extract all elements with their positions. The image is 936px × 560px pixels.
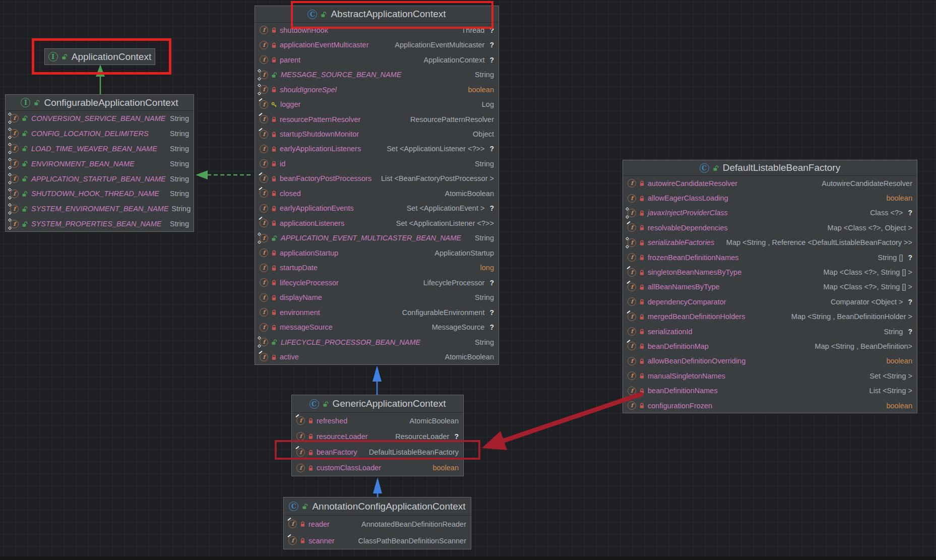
field-type: String (884, 328, 903, 336)
field-row-startupShutdownMonitor[interactable]: f startupShutdownMonitorObject (255, 127, 498, 141)
static-marker (8, 218, 12, 222)
field-row-APPLICATION_EVENT_MULTICASTER_BEAN_NAME[interactable]: f APPLICATION_EVENT_MULTICASTER_BEAN_NAM… (255, 231, 498, 245)
field-row-environment[interactable]: f environmentConfigurableEnvironment? (255, 305, 498, 320)
field-row-closed[interactable]: f closedAtomicBoolean (255, 186, 498, 201)
class-node-abstractApplicationContext[interactable]: C AbstractApplicationContextf shutdownHo… (255, 6, 499, 365)
field-icon: f (260, 159, 268, 168)
field-row-dependencyComparator[interactable]: f dependencyComparatorComparator <Object… (623, 294, 917, 309)
field-row-applicationListeners[interactable]: f applicationListenersSet <ApplicationLi… (255, 216, 498, 230)
field-row-messageSource[interactable]: f messageSourceMessageSource? (255, 320, 498, 334)
class-node-defaultListableBeanFactory[interactable]: C DefaultListableBeanFactoryf autowireCa… (622, 160, 917, 413)
class-title-bar[interactable]: I ConfigurableApplicationContext (6, 95, 194, 111)
field-row-MESSAGE_SOURCE_BEAN_NAME[interactable]: f MESSAGE_SOURCE_BEAN_NAMEString (255, 67, 498, 82)
field-row-scanner[interactable]: f scannerClassPathBeanDefinitionScanner (284, 532, 471, 549)
nullable-mark: ? (489, 308, 494, 317)
field-name: LIFECYCLE_PROCESSOR_BEAN_NAME (281, 338, 420, 346)
private-lock-icon (271, 176, 277, 182)
uml-diagram-canvas[interactable]: I ApplicationContextI ConfigurableApplic… (0, 0, 936, 560)
field-row-serializationId[interactable]: f serializationIdString? (623, 324, 917, 339)
field-name: customClassLoader (317, 464, 381, 472)
class-title-bar[interactable]: C DefaultListableBeanFactory (623, 160, 917, 176)
private-lock-icon (308, 450, 314, 456)
field-row-refreshed[interactable]: f refreshedAtomicBoolean (292, 413, 463, 428)
field-row-frozenBeanDefinitionNames[interactable]: f frozenBeanDefinitionNamesString []? (623, 250, 917, 265)
field-icon: f (10, 159, 19, 168)
field-row-parent[interactable]: f parentApplicationContext? (255, 52, 498, 67)
nullable-mark: ? (908, 328, 912, 336)
class-title-bar[interactable]: C AbstractApplicationContext (255, 6, 498, 23)
field-row-SYSTEM_PROPERTIES_BEAN_NAME[interactable]: f SYSTEM_PROPERTIES_BEAN_NAMEString (6, 216, 194, 231)
field-icon: f (628, 342, 636, 350)
field-icon: f (296, 416, 305, 425)
field-row-beanFactory[interactable]: f beanFactoryDefaultListableBeanFactory (292, 445, 463, 460)
field-row-mergedBeanDefinitionHolders[interactable]: f mergedBeanDefinitionHoldersMap <String… (623, 309, 917, 324)
field-row-SYSTEM_ENVIRONMENT_BEAN_NAME[interactable]: f SYSTEM_ENVIRONMENT_BEAN_NAMEString (6, 201, 194, 216)
field-type: String (170, 130, 189, 138)
field-name: active (280, 353, 299, 361)
field-name: serializableFactories (648, 238, 714, 246)
class-title-bar[interactable]: C GenericApplicationContext (292, 395, 463, 413)
final-marker (259, 217, 263, 220)
field-row-configurationFrozen[interactable]: f configurationFrozenboolean (623, 398, 917, 413)
field-row-active[interactable]: f activeAtomicBoolean (255, 349, 498, 364)
class-title-bar[interactable]: I ApplicationContext (45, 49, 155, 65)
field-row-autowireCandidateResolver[interactable]: f autowireCandidateResolverAutowireCandi… (623, 176, 917, 191)
field-row-id[interactable]: f idString (255, 156, 498, 171)
class-node-configurableApplicationContext[interactable]: I ConfigurableApplicationContextf CONVER… (5, 94, 194, 232)
nullable-mark: ? (454, 432, 459, 441)
field-row-resolvableDependencies[interactable]: f resolvableDependenciesMap <Class <?>, … (623, 220, 917, 235)
field-row-logger[interactable]: f loggerLog (255, 97, 498, 111)
field-row-applicationEventMulticaster[interactable]: f applicationEventMulticasterApplication… (255, 37, 498, 52)
field-row-shouldIgnoreSpel[interactable]: f shouldIgnoreSpelboolean (255, 82, 498, 97)
field-row-shutdownHook[interactable]: f shutdownHookThread? (255, 23, 498, 37)
class-node-applicationContext[interactable]: I ApplicationContext (44, 48, 155, 65)
class-node-genericApplicationContext[interactable]: C GenericApplicationContextf refreshedAt… (291, 395, 464, 476)
static-marker (8, 120, 12, 124)
field-row-beanDefinitionNames[interactable]: f beanDefinitionNamesList <String > (623, 383, 917, 398)
field-icon: f (628, 223, 636, 232)
field-row-allowBeanDefinitionOverriding[interactable]: f allowBeanDefinitionOverridingboolean (623, 354, 917, 368)
field-row-manualSingletonNames[interactable]: f manualSingletonNamesSet <String > (623, 368, 917, 383)
public-lock-icon (22, 176, 28, 182)
field-type: String (170, 220, 189, 228)
field-row-ENVIRONMENT_BEAN_NAME[interactable]: f ENVIRONMENT_BEAN_NAMEString (6, 156, 194, 171)
field-name: shouldIgnoreSpel (280, 86, 337, 94)
class-icon: C (309, 399, 319, 409)
final-marker (627, 340, 631, 343)
class-node-annotationConfigApplicationContext[interactable]: C AnnotationConfigApplicationContextf re… (283, 497, 471, 549)
field-row-customClassLoader[interactable]: f customClassLoaderboolean (292, 460, 463, 476)
field-row-serializableFactories[interactable]: f serializableFactoriesMap <String , Ref… (623, 235, 917, 250)
field-row-resourcePatternResolver[interactable]: f resourcePatternResolverResourcePattern… (255, 112, 498, 127)
field-row-allowEagerClassLoading[interactable]: f allowEagerClassLoadingboolean (623, 191, 917, 205)
field-row-displayName[interactable]: f displayNameString (255, 290, 498, 304)
field-icon: f (260, 26, 268, 34)
field-row-applicationStartup[interactable]: f applicationStartupApplicationStartup (255, 245, 498, 260)
field-row-LIFECYCLE_PROCESSOR_BEAN_NAME[interactable]: f LIFECYCLE_PROCESSOR_BEAN_NAMEString (255, 335, 498, 349)
field-type: ApplicationContext (424, 56, 485, 64)
field-name: id (280, 160, 285, 168)
field-name: resolvableDependencies (648, 224, 728, 232)
field-row-lifecycleProcessor[interactable]: f lifecycleProcessorLifecycleProcessor? (255, 275, 498, 290)
field-row-CONFIG_LOCATION_DELIMITERS[interactable]: f CONFIG_LOCATION_DELIMITERSString (6, 126, 194, 141)
field-type: long (480, 264, 494, 272)
final-marker (627, 281, 631, 284)
field-row-earlyApplicationListeners[interactable]: f earlyApplicationListenersSet <Applicat… (255, 142, 498, 156)
field-row-APPLICATION_STARTUP_BEAN_NAME[interactable]: f APPLICATION_STARTUP_BEAN_NAMEString (6, 171, 194, 186)
private-lock-icon (271, 146, 277, 152)
field-row-reader[interactable]: f readerAnnotatedBeanDefinitionReader (284, 516, 471, 532)
field-row-resourceLoader[interactable]: f resourceLoaderResourceLoader? (292, 428, 463, 444)
field-type: Map <Class <?>, String [] > (823, 283, 912, 291)
field-row-earlyApplicationEvents[interactable]: f earlyApplicationEventsSet <Application… (255, 201, 498, 216)
field-row-SHUTDOWN_HOOK_THREAD_NAME[interactable]: f SHUTDOWN_HOOK_THREAD_NAMEString (6, 186, 194, 201)
field-row-LOAD_TIME_WEAVER_BEAN_NAME[interactable]: f LOAD_TIME_WEAVER_BEAN_NAMEString (6, 141, 194, 156)
field-row-CONVERSION_SERVICE_BEAN_NAME[interactable]: f CONVERSION_SERVICE_BEAN_NAMEString (6, 111, 194, 126)
field-row-javaxInjectProviderClass[interactable]: f javaxInjectProviderClassClass <?>? (623, 206, 917, 220)
field-row-beanDefinitionMap[interactable]: f beanDefinitionMapMap <String , BeanDef… (623, 339, 917, 353)
field-name: singletonBeanNamesByType (648, 268, 741, 276)
field-row-startupDate[interactable]: f startupDatelong (255, 261, 498, 275)
class-title-bar[interactable]: C AnnotationConfigApplicationContext (284, 497, 471, 516)
field-row-beanFactoryPostProcessors[interactable]: f beanFactoryPostProcessorsList <BeanFac… (255, 171, 498, 186)
field-row-allBeanNamesByType[interactable]: f allBeanNamesByTypeMap <Class <?>, Stri… (623, 280, 917, 294)
field-row-singletonBeanNamesByType[interactable]: f singletonBeanNamesByTypeMap <Class <?>… (623, 265, 917, 279)
field-icon: f (628, 313, 636, 321)
